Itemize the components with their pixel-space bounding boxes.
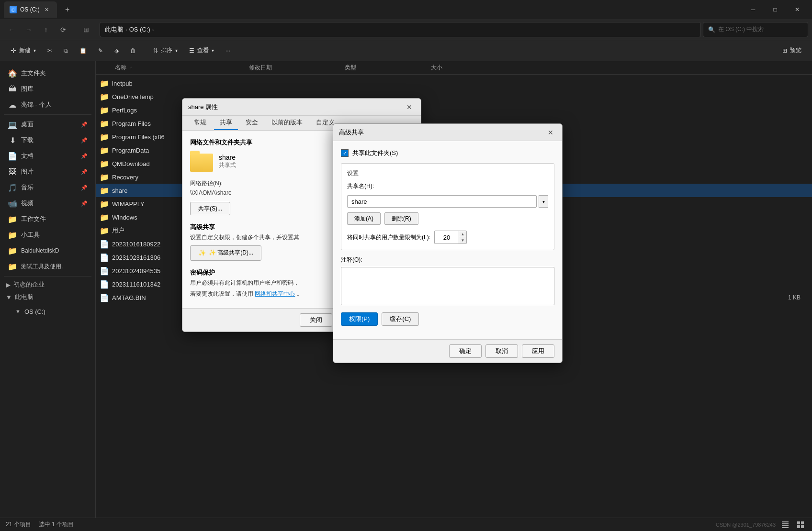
sidebar-item-osc[interactable]: ▼ OS (C:): [2, 304, 93, 319]
settings-title: 设置: [347, 169, 548, 177]
search-bar[interactable]: 🔍 在 OS (C:) 中搜索: [703, 22, 808, 37]
list-view-btn[interactable]: [779, 519, 791, 531]
tab-close-btn[interactable]: ✕: [43, 5, 51, 14]
col-size-header[interactable]: 大小: [427, 64, 808, 72]
share-folder-checkbox-label: 共享此文件夹(S): [352, 149, 398, 157]
minimize-btn[interactable]: ─: [742, 0, 764, 19]
advanced-apply-btn[interactable]: 应用: [522, 344, 554, 358]
share-props-close-btn[interactable]: ✕: [404, 101, 415, 113]
sidebar-item-docs[interactable]: 📄 文档 📌: [2, 148, 93, 164]
sidebar-item-pictures[interactable]: 🖼 图片 📌: [2, 164, 93, 179]
add-share-btn[interactable]: 添加(A): [347, 212, 381, 225]
svg-rect-4: [782, 525, 789, 526]
command-bar: ✛ 新建 ▾ ✂ ⧉ 📋 ✎ ⬗ 🗑 ⇅ 排序 ▾ ☰ 查看 ▾ ··· ⊞ 预…: [0, 40, 812, 61]
more-btn[interactable]: ···: [221, 43, 235, 58]
advanced-close-btn[interactable]: ✕: [545, 127, 556, 138]
bc-os[interactable]: OS (C:): [129, 26, 150, 33]
new-tab-btn[interactable]: +: [61, 3, 74, 16]
back-btn[interactable]: ←: [4, 22, 19, 37]
advanced-btn-label: ✨ 高级共享(D)...: [209, 249, 253, 257]
osc-label: OS (C:): [24, 308, 45, 315]
advanced-ok-btn[interactable]: 确定: [449, 344, 482, 358]
sidebar-item-cloud[interactable]: ☁ 兆锦 - 个人: [2, 97, 93, 112]
close-btn-footer[interactable]: 关闭: [300, 313, 332, 327]
delete-btn[interactable]: 🗑: [125, 43, 141, 58]
copy-btn[interactable]: ⧉: [59, 43, 73, 58]
share-name-input-row: ▾: [347, 195, 548, 208]
cache-btn[interactable]: 缓存(C): [382, 312, 419, 326]
limit-up-btn[interactable]: ▲: [459, 231, 466, 237]
tab-previous-versions[interactable]: 以前的版本: [266, 116, 308, 130]
remove-share-btn[interactable]: 删除(R): [384, 212, 418, 225]
new-btn[interactable]: ✛ 新建 ▾: [6, 43, 41, 58]
share-name-input[interactable]: [347, 195, 537, 208]
bc-this-pc[interactable]: 此电脑: [105, 25, 124, 34]
rename-btn[interactable]: ✎: [93, 43, 108, 58]
breadcrumb[interactable]: 此电脑 › OS (C:) ›: [100, 22, 701, 37]
network-center-link[interactable]: 网络和共享中心: [255, 290, 295, 297]
col-name-header[interactable]: 名称 ↑: [111, 64, 245, 72]
comment-section: 注释(O):: [341, 256, 554, 307]
downloads-label: 下载: [21, 136, 34, 144]
sidebar-item-music[interactable]: 🎵 音乐 📌: [2, 180, 93, 195]
view-btn[interactable]: ☰ 查看 ▾: [184, 43, 219, 58]
sidebar-item-home[interactable]: 🏠 主文件夹: [2, 66, 93, 81]
permissions-btn[interactable]: 权限(P): [341, 312, 378, 326]
nav-toolbar: ← → ↑ ⟳ ⊞ 此电脑 › OS (C:) › 🔍 在 OS (C:) 中搜…: [0, 19, 812, 40]
sidebar-item-video[interactable]: 📹 视频 📌: [2, 196, 93, 211]
preview-btn[interactable]: ⊞ 预览: [778, 43, 806, 58]
share-props-titlebar: share 属性 ✕: [182, 99, 421, 116]
forward-btn[interactable]: →: [21, 22, 36, 37]
up-btn[interactable]: ↑: [38, 22, 54, 37]
sidebar-item-test[interactable]: 📁 测试工具及使用.: [2, 259, 93, 274]
cloud-icon: ☁: [8, 100, 17, 110]
company-chevron: ▶: [6, 281, 11, 288]
advanced-btn-icon: ✨: [198, 249, 206, 256]
baidu-icon: 📁: [8, 246, 17, 255]
pin-icon4: 📌: [81, 169, 88, 175]
limit-down-btn[interactable]: ▼: [459, 237, 466, 243]
advanced-sharing-btn[interactable]: ✨ ✨ 高级共享(D)...: [190, 245, 261, 261]
limit-input[interactable]: [435, 231, 459, 243]
window-controls: ─ □ ✕: [742, 0, 808, 19]
new-chevron: ▾: [34, 48, 36, 53]
col-date-header[interactable]: 修改日期: [245, 64, 341, 72]
grid-view-btn[interactable]: [795, 519, 806, 531]
sidebar-item-gallery[interactable]: 🏔 图库: [2, 81, 93, 97]
cut-btn[interactable]: ✂: [43, 43, 57, 58]
share-folder-checkbox[interactable]: ✓: [341, 149, 349, 157]
comment-textarea[interactable]: [341, 267, 554, 305]
divider2: [4, 276, 91, 277]
share-name-dropdown[interactable]: ▾: [539, 195, 548, 208]
share-cmd-btn[interactable]: ⬗: [110, 43, 124, 58]
close-btn[interactable]: ✕: [786, 0, 808, 19]
col-name-label: 名称: [115, 64, 126, 71]
advanced-dialog-title: 高级共享: [339, 128, 545, 137]
file-row[interactable]: 📁 inetpub: [96, 77, 812, 90]
col-type-header[interactable]: 类型: [341, 64, 427, 72]
sidebar-item-baidu[interactable]: 📁 BaiduNetdiskD: [2, 243, 93, 258]
tab-security[interactable]: 安全: [240, 116, 264, 130]
pin-icon5: 📌: [81, 185, 88, 191]
sidebar-item-desktop[interactable]: 💻 桌面 📌: [2, 117, 93, 132]
tab-sharing[interactable]: 共享: [214, 116, 238, 130]
maximize-btn[interactable]: □: [764, 0, 786, 19]
folder-subtitle: 共享式: [219, 161, 236, 169]
paste-btn[interactable]: 📋: [75, 43, 91, 58]
sidebar-item-work[interactable]: 📁 工作文件: [2, 211, 93, 227]
refresh-btn[interactable]: ⟳: [56, 22, 71, 37]
folder-icon: 📁: [100, 79, 109, 88]
folder-icon: 📁: [100, 213, 109, 222]
sidebar-item-tools[interactable]: 📁 小工具: [2, 227, 93, 243]
share-now-btn[interactable]: 共享(S)...: [190, 202, 230, 215]
advanced-sharing-dialog[interactable]: 高级共享 ✕ ✓ 共享此文件夹(S) 设置 共享名(H): ▾: [333, 123, 563, 363]
active-tab[interactable]: C OS (C:) ✕: [4, 1, 57, 18]
cut-icon: ✂: [47, 47, 52, 54]
sidebar-item-downloads[interactable]: ⬇ 下载 📌: [2, 133, 93, 148]
pin-icon6: 📌: [81, 200, 88, 207]
sidebar-group-thispc[interactable]: ▼ 此电脑: [0, 291, 95, 303]
advanced-cancel-btn[interactable]: 取消: [485, 344, 518, 358]
tab-general[interactable]: 常规: [188, 116, 212, 130]
sidebar-group-company[interactable]: ▶ 初恋的企业: [0, 278, 95, 291]
sort-btn[interactable]: ⇅ 排序 ▾: [148, 43, 182, 58]
